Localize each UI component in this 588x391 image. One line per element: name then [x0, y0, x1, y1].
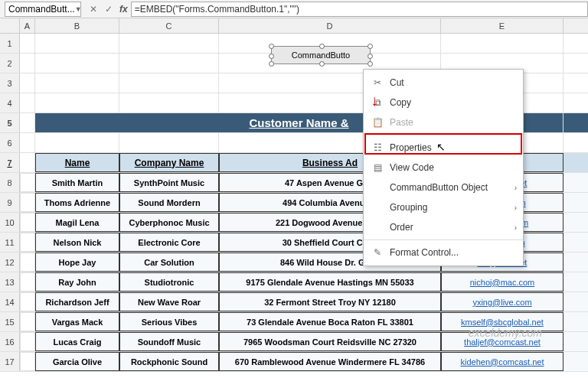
- cancel-icon[interactable]: ✕: [86, 4, 101, 15]
- select-all-corner[interactable]: [0, 18, 20, 33]
- column-headers: A B C D E: [0, 18, 588, 34]
- cell-email[interactable]: nichoj@mac.com: [441, 272, 564, 292]
- row-header[interactable]: 5: [0, 113, 20, 132]
- row-header[interactable]: 17: [0, 352, 20, 371]
- separator: [364, 239, 523, 240]
- row-header[interactable]: 2: [0, 54, 20, 73]
- ctx-order[interactable]: Order›: [364, 217, 523, 237]
- accept-icon[interactable]: ✓: [101, 4, 116, 15]
- col-header-e[interactable]: E: [441, 18, 564, 33]
- cell-company[interactable]: Soundoff Music: [119, 332, 219, 351]
- row-header[interactable]: 6: [0, 133, 20, 152]
- ctx-copy[interactable]: ⧉Copy: [364, 93, 523, 112]
- scissors-icon: ✂: [370, 77, 385, 88]
- formula-text: =EMBED("Forms.CommandButton.1",""): [135, 4, 299, 15]
- cell-name[interactable]: Nelson Nick: [35, 233, 119, 252]
- cell-company[interactable]: Serious Vibes: [119, 312, 219, 331]
- ctx-commandbutton-object[interactable]: CommandButton Object›: [364, 178, 523, 197]
- cell-company[interactable]: SynthPoint Music: [119, 173, 219, 192]
- cell-name[interactable]: Vargas Mack: [35, 312, 119, 331]
- resize-handle[interactable]: [269, 54, 274, 59]
- row-header[interactable]: 1: [0, 34, 20, 53]
- cell-email[interactable]: kidehen@comcast.net: [441, 352, 564, 371]
- cell-company[interactable]: Car Solution: [119, 253, 219, 272]
- command-button-control[interactable]: CommandButto: [271, 46, 371, 64]
- ctx-cut[interactable]: ✂Cut: [364, 73, 523, 93]
- resize-handle[interactable]: [319, 61, 325, 67]
- properties-icon: ☷: [370, 142, 385, 153]
- code-icon: ▤: [370, 162, 385, 173]
- resize-handle[interactable]: [269, 44, 274, 49]
- ctx-grouping[interactable]: Grouping›: [364, 197, 523, 217]
- arrow-annotation: ↓: [371, 92, 378, 109]
- ctx-view-code[interactable]: ▤View Code: [364, 158, 523, 178]
- cell-name[interactable]: Magil Lena: [35, 213, 119, 232]
- chevron-right-icon: ›: [514, 223, 517, 232]
- cell-address[interactable]: 73 Glendale Avenue Boca Raton FL 33801: [219, 312, 441, 331]
- row-header[interactable]: 14: [0, 292, 20, 311]
- row-header[interactable]: 15: [0, 312, 20, 331]
- format-icon: ✎: [370, 247, 385, 258]
- row-header[interactable]: 9: [0, 193, 20, 212]
- command-button-label: CommandButto: [292, 51, 350, 60]
- name-box-dropdown-icon[interactable]: ▼: [75, 5, 82, 13]
- cell-name[interactable]: Ray John: [35, 272, 119, 292]
- row-header[interactable]: 8: [0, 173, 20, 192]
- cell-company[interactable]: Electronic Core: [119, 233, 219, 252]
- cell-address[interactable]: 9175 Glendale Avenue Hastings MN 55033: [219, 272, 441, 292]
- row-header[interactable]: 3: [0, 73, 20, 93]
- row-header[interactable]: 12: [0, 253, 20, 272]
- cell-company[interactable]: Sound Mordern: [119, 193, 219, 212]
- resize-handle[interactable]: [368, 44, 373, 49]
- header-name[interactable]: Name: [35, 153, 119, 172]
- formula-input[interactable]: =EMBED("Forms.CommandButton.1",""): [131, 2, 588, 17]
- cell-address[interactable]: 32 Fermont Street Troy NY 12180: [219, 292, 441, 311]
- ctx-format-control[interactable]: ✎Format Control...: [364, 243, 523, 262]
- header-company[interactable]: Company Name: [119, 153, 219, 172]
- resize-handle[interactable]: [368, 61, 373, 67]
- resize-handle[interactable]: [269, 61, 274, 67]
- cell-company[interactable]: Rockphonic Sound: [119, 352, 219, 371]
- chevron-right-icon: ›: [514, 204, 517, 212]
- row-header[interactable]: 13: [0, 272, 20, 292]
- col-header-a[interactable]: A: [20, 18, 35, 33]
- cell-name[interactable]: Lucas Craig: [35, 332, 119, 351]
- name-box[interactable]: CommandButt... ▼: [5, 2, 81, 17]
- chevron-right-icon: ›: [514, 184, 517, 192]
- row-header[interactable]: 7: [0, 153, 20, 172]
- cell-name[interactable]: Smith Martin: [35, 173, 119, 192]
- formula-bar: CommandButt... ▼ ✕ ✓ fx =EMBED("Forms.Co…: [0, 0, 588, 18]
- cell-company[interactable]: New Wave Roar: [119, 292, 219, 311]
- fx-icon[interactable]: fx: [119, 4, 128, 15]
- cell-name[interactable]: Hope Jay: [35, 253, 119, 272]
- col-header-c[interactable]: C: [119, 18, 219, 33]
- paste-icon: 📋: [370, 117, 385, 128]
- cell-email[interactable]: yxing@live.com: [441, 292, 564, 311]
- row-header[interactable]: 10: [0, 213, 20, 232]
- cell-company[interactable]: Cyberphonoc Music: [119, 213, 219, 232]
- col-header-d[interactable]: D: [219, 18, 441, 33]
- cell-name[interactable]: Garcia Olive: [35, 352, 119, 371]
- ctx-paste: 📋Paste: [364, 112, 523, 132]
- cell-name[interactable]: Thoms Adrienne: [35, 193, 119, 212]
- row-header[interactable]: 16: [0, 332, 20, 351]
- name-box-text: CommandButt...: [8, 4, 75, 15]
- context-menu: ✂Cut ⧉Copy 📋Paste ☷Properties ▤View Code…: [363, 69, 524, 266]
- col-header-b[interactable]: B: [35, 18, 119, 33]
- cursor-icon: ↖: [436, 141, 446, 153]
- row-header[interactable]: 4: [0, 93, 20, 112]
- resize-handle[interactable]: [368, 54, 373, 59]
- row-header[interactable]: 11: [0, 233, 20, 252]
- cell-address[interactable]: 7965 Woodsman Court Reidsville NC 27320: [219, 332, 441, 351]
- cell-address[interactable]: 670 Ramblewood Avenue Windermere FL 3478…: [219, 352, 441, 371]
- resize-handle[interactable]: [319, 44, 325, 49]
- cell-name[interactable]: Richardson Jeff: [35, 292, 119, 311]
- separator: [364, 135, 523, 135]
- cell-company[interactable]: Studiotronic: [119, 272, 219, 292]
- watermark: exceldemy.com: [469, 327, 542, 339]
